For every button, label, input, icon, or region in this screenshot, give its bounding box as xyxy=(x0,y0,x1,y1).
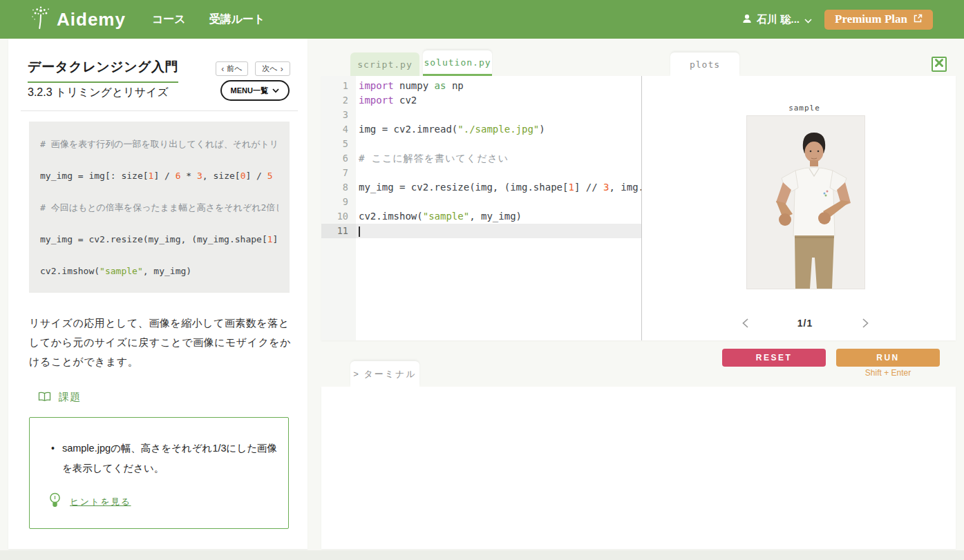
lesson-sidebar: データクレンジング入門 3.2.3 トリミングとリサイズ ‹ 前へ 次へ › M… xyxy=(8,39,308,549)
next-label: 次へ xyxy=(262,64,277,74)
nav-links: コース 受講ルート xyxy=(152,12,265,27)
line-number: 11 xyxy=(321,224,356,238)
sample-code-line: my_img = img[: size[1] / 6 * 3, size[0] … xyxy=(40,160,278,192)
hint-row: ヒントを見る xyxy=(49,492,131,512)
assignment-heading: 課題 xyxy=(38,391,81,404)
sample-code-line: my_img = cv2.resize(my_img, (my_img.shap… xyxy=(40,224,278,255)
tab-plots[interactable]: plots xyxy=(670,52,739,76)
premium-plan-button[interactable]: Premium Plan xyxy=(824,10,933,30)
sample-code-line: # 画像を表す行列の一部を取り出してくれば、それがトリミングとなり xyxy=(40,128,278,160)
line-number: 2 xyxy=(321,93,356,108)
line-number: 7 xyxy=(321,166,356,180)
line-content: # ここに解答を書いてください xyxy=(356,151,641,166)
lightbulb-icon xyxy=(49,492,61,512)
brand-name: Aidemy xyxy=(57,9,126,30)
tab-script-label: script.py xyxy=(357,59,412,70)
navbar-right: 石川 聡... Premium Plan xyxy=(742,10,933,30)
line-content: my_img = cv2.resize(img, (img.shape[1] /… xyxy=(356,180,641,195)
prev-plot-button[interactable] xyxy=(736,314,754,332)
text-cursor xyxy=(359,226,360,237)
page-footer-strip xyxy=(0,550,964,560)
sample-photo xyxy=(746,115,865,289)
line-number: 9 xyxy=(321,195,356,209)
run-shortcut-hint: Shift + Enter xyxy=(836,368,940,378)
tab-plots-label: plots xyxy=(690,59,720,70)
assignment-heading-label: 課題 xyxy=(59,391,81,404)
nav-link-courses[interactable]: コース xyxy=(152,12,186,27)
bullet-icon: • xyxy=(51,438,55,479)
menu-list-label: MENU一覧 xyxy=(231,86,268,96)
line-number: 1 xyxy=(321,79,356,93)
show-hint-link[interactable]: ヒントを見る xyxy=(70,496,131,508)
code-line[interactable]: 11 xyxy=(321,224,641,238)
chevron-down-icon xyxy=(804,14,812,26)
tab-script-py[interactable]: script.py xyxy=(350,52,419,76)
tab-terminal[interactable]: > ターミナル xyxy=(350,361,419,387)
line-content: import numpy as np xyxy=(356,79,641,93)
sidebar-code-block: # 画像を表す行列の一部を取り出してくれば、それがトリミングとなりmy_img … xyxy=(29,122,290,293)
user-name: 石川 聡... xyxy=(757,13,800,26)
tab-solution-label: solution.py xyxy=(424,57,491,68)
chevron-left-icon: ‹ xyxy=(221,65,224,73)
tab-terminal-label: > ターミナル xyxy=(353,368,416,380)
line-content xyxy=(356,224,641,238)
assignment-item: • sample.jpgの幅、高さをそれぞれ1/3にした画像を表示してください。 xyxy=(51,438,279,479)
line-number: 4 xyxy=(321,122,356,137)
chevron-right-icon: › xyxy=(281,65,283,73)
premium-plan-label: Premium Plan xyxy=(835,12,907,26)
plot-page-count: 1/1 xyxy=(797,318,813,329)
close-workspace-button[interactable] xyxy=(932,57,947,72)
workspace-panel: 1import numpy as np2import cv234img = cv… xyxy=(321,76,956,340)
line-number: 6 xyxy=(321,151,356,166)
reset-button[interactable]: RESET xyxy=(722,349,826,367)
next-plot-button[interactable] xyxy=(856,314,874,332)
assignment-text: sample.jpgの幅、高さをそれぞれ1/3にした画像を表示してください。 xyxy=(62,438,279,479)
run-button[interactable]: RUN xyxy=(836,349,940,367)
line-number: 10 xyxy=(321,209,356,224)
prev-label: 前へ xyxy=(227,64,242,74)
course-title: データクレンジング入門 xyxy=(28,58,178,83)
open-book-icon xyxy=(38,392,51,404)
user-icon xyxy=(742,14,752,26)
sample-code-line: cv2.imshow("sample", my_img) xyxy=(40,255,278,287)
line-number: 5 xyxy=(321,137,356,151)
plot-pagination: 1/1 xyxy=(736,314,874,332)
tab-solution-py[interactable]: solution.py xyxy=(423,50,492,76)
code-line[interactable]: 9 xyxy=(321,195,641,209)
brand-logo[interactable]: Aidemy xyxy=(30,6,126,32)
menu-list-button[interactable]: MENU一覧 xyxy=(220,80,290,101)
assignment-box: • sample.jpgの幅、高さをそれぞれ1/3にした画像を表示してください。… xyxy=(29,417,289,529)
code-line[interactable]: 7 xyxy=(321,166,641,180)
line-number: 3 xyxy=(321,108,356,122)
navbar: Aidemy コース 受講ルート 石川 聡... Premium Plan xyxy=(0,0,964,39)
line-number: 8 xyxy=(321,180,356,195)
line-content: import cv2 xyxy=(356,93,641,108)
code-line[interactable]: 5 xyxy=(321,137,641,151)
line-content: img = cv2.imread("./sample.jpg") xyxy=(356,122,641,137)
nav-link-route[interactable]: 受講ルート xyxy=(209,12,265,27)
code-line[interactable]: 1import numpy as np xyxy=(321,79,641,93)
code-line[interactable]: 2import cv2 xyxy=(321,93,641,108)
editor-lines: 1import numpy as np2import cv234img = cv… xyxy=(321,79,641,238)
code-editor[interactable]: 1import numpy as np2import cv234img = cv… xyxy=(321,76,642,340)
line-content: cv2.imshow("sample", my_img) xyxy=(356,209,641,224)
code-line[interactable]: 3 xyxy=(321,108,641,122)
prev-lesson-button[interactable]: ‹ 前へ xyxy=(216,61,248,76)
external-link-icon xyxy=(914,12,923,26)
code-line[interactable]: 4img = cv2.imread("./sample.jpg") xyxy=(321,122,641,137)
sample-code-line: # 今回はもとの倍率を保ったまま幅と高さをそれぞれ2倍します。新た xyxy=(40,192,278,224)
dandelion-logo-icon xyxy=(30,6,51,32)
lesson-subtitle: 3.2.3 トリミングとリサイズ xyxy=(28,86,169,100)
lesson-description: リサイズの応用として、画像を縮小して画素数を落としてから元のサイズに戻すことで画… xyxy=(29,313,292,371)
code-line[interactable]: 10cv2.imshow("sample", my_img) xyxy=(321,209,641,224)
divider xyxy=(21,110,298,111)
plot-image-title: sample xyxy=(746,104,863,113)
close-icon xyxy=(934,58,944,70)
code-line[interactable]: 8my_img = cv2.resize(img, (img.shape[1] … xyxy=(321,180,641,195)
code-line[interactable]: 6# ここに解答を書いてください xyxy=(321,151,641,166)
chevron-down-icon xyxy=(272,86,279,95)
terminal-panel[interactable] xyxy=(321,387,956,549)
next-lesson-button[interactable]: 次へ › xyxy=(255,61,290,76)
user-menu[interactable]: 石川 聡... xyxy=(742,13,812,26)
